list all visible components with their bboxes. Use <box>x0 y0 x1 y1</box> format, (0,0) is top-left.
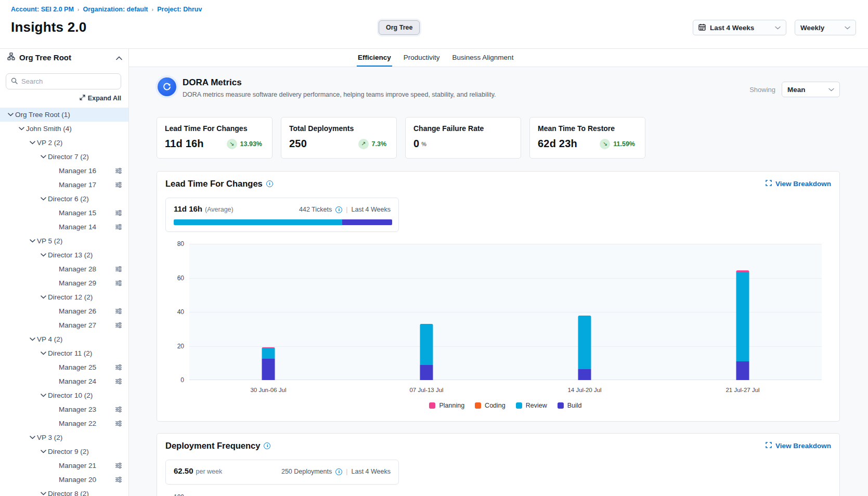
filters-icon[interactable] <box>115 406 122 413</box>
chevron-down-icon <box>39 253 48 257</box>
trend-up-icon: ↗ <box>358 139 369 149</box>
date-range-value: Last 4 Weeks <box>710 24 771 32</box>
tab-business-alignment[interactable]: Business Alignment <box>451 49 515 67</box>
filters-icon[interactable] <box>115 322 122 329</box>
date-range-select[interactable]: Last 4 Weeks <box>693 20 786 35</box>
legend-item-coding[interactable]: Coding <box>475 402 506 409</box>
filters-icon[interactable] <box>115 364 122 371</box>
tree-item-label: Manager 23 <box>59 406 96 413</box>
tree-item[interactable]: Manager 16 <box>0 164 128 178</box>
chevron-down-icon <box>6 113 15 116</box>
tree-item-label: Director 9 (2) <box>48 448 89 455</box>
deployment-view-breakdown-link[interactable]: View Breakdown <box>766 442 831 450</box>
calendar-icon <box>698 23 706 32</box>
lead-time-view-breakdown-link[interactable]: View Breakdown <box>766 180 831 188</box>
filters-icon[interactable] <box>115 308 122 315</box>
tree-item[interactable]: Director 6 (2) <box>0 192 128 206</box>
bar-segment-build <box>420 365 433 380</box>
expand-all-button[interactable]: Expand All <box>80 95 121 102</box>
info-icon[interactable]: i <box>264 442 270 449</box>
metric-card-title: Change Failure Rate <box>413 124 513 133</box>
tree-item[interactable]: Director 8 (2) <box>0 487 128 496</box>
legend-item-build[interactable]: Build <box>558 402 582 409</box>
tree-item[interactable]: VP 3 (2) <box>0 430 128 445</box>
filters-icon[interactable] <box>115 167 122 174</box>
tree-item[interactable]: Director 13 (2) <box>0 248 128 262</box>
tree-item-label: VP 4 (2) <box>37 335 62 343</box>
x-axis-label: 21 Jul-27 Jul <box>664 387 822 393</box>
filters-icon[interactable] <box>115 266 122 272</box>
tree-item[interactable]: Manager 26 <box>0 304 128 318</box>
filters-icon[interactable] <box>115 420 122 427</box>
tab-productivity[interactable]: Productivity <box>403 49 441 67</box>
legend-item-review[interactable]: Review <box>516 402 547 409</box>
filters-icon[interactable] <box>115 210 122 216</box>
chevron-down-icon <box>39 155 48 159</box>
tree-item[interactable]: Director 9 (2) <box>0 445 128 459</box>
deployment-rate-label: per week <box>196 468 223 475</box>
breadcrumb-account-link[interactable]: Account: SEI 2.0 PM <box>11 6 74 13</box>
tree-item[interactable]: Manager 27 <box>0 318 128 332</box>
collapse-panel-button[interactable] <box>116 53 122 62</box>
aggregation-value: Mean <box>787 86 824 94</box>
tree-item[interactable]: Director 7 (2) <box>0 150 128 164</box>
legend-item-planning[interactable]: Planning <box>429 402 464 409</box>
tab-efficiency[interactable]: Efficiency <box>357 49 392 67</box>
filters-icon[interactable] <box>115 378 122 385</box>
trend-percentage: 11.59% <box>613 140 635 148</box>
tree-item-label: Manager 28 <box>59 265 96 273</box>
tree-item[interactable]: Director 10 (2) <box>0 388 128 402</box>
search-icon <box>11 77 18 86</box>
tree-item[interactable]: John Smith (4) <box>0 122 128 136</box>
info-icon[interactable]: i <box>335 206 342 213</box>
bar-segment-build <box>736 361 749 380</box>
lead-time-distribution-bar <box>174 219 392 225</box>
filters-icon[interactable] <box>115 476 122 483</box>
aggregation-select[interactable]: Mean <box>782 82 840 97</box>
tree-item[interactable]: Manager 28 <box>0 262 128 276</box>
distribution-segment-build <box>342 219 392 225</box>
insight-tabs: EfficiencyProductivityBusiness Alignment <box>129 49 868 67</box>
tree-item-label: Director 11 (2) <box>48 349 92 357</box>
tree-item[interactable]: Org Tree Root (1) <box>0 108 128 122</box>
tree-item[interactable]: Manager 21 <box>0 459 128 473</box>
bar-segment-build <box>578 369 591 380</box>
tree-item[interactable]: Manager 17 <box>0 178 128 192</box>
tree-item[interactable]: Manager 24 <box>0 374 128 388</box>
tree-item-label: Manager 21 <box>59 462 96 469</box>
expand-icon <box>766 180 772 188</box>
tree-item[interactable]: Director 11 (2) <box>0 346 128 360</box>
y-axis-tick: 40 <box>177 308 184 316</box>
filters-icon[interactable] <box>115 224 122 230</box>
tree-item[interactable]: Manager 25 <box>0 360 128 374</box>
breadcrumb-project-link[interactable]: Project: Dhruv <box>157 6 202 13</box>
tree-item[interactable]: Manager 15 <box>0 206 128 220</box>
org-tree-button[interactable]: Org Tree <box>379 20 420 35</box>
tree-item[interactable]: Manager 23 <box>0 402 128 416</box>
filters-icon[interactable] <box>115 462 122 469</box>
tree-item[interactable]: Manager 20 <box>0 473 128 487</box>
metric-card-unit: % <box>421 141 426 147</box>
tree-item-label: Manager 29 <box>59 279 96 287</box>
breadcrumb-organization-link[interactable]: Organization: default <box>83 6 148 13</box>
x-axis-label: 07 Jul-13 Jul <box>347 387 506 393</box>
stacked-bar <box>578 316 591 380</box>
tree-item[interactable]: Manager 22 <box>0 416 128 430</box>
filters-icon[interactable] <box>115 181 122 188</box>
search-input[interactable] <box>21 77 116 85</box>
tree-item[interactable]: Director 12 (2) <box>0 290 128 304</box>
granularity-select[interactable]: Weekly <box>795 20 856 35</box>
tree-item[interactable]: Manager 14 <box>0 220 128 234</box>
info-icon[interactable]: i <box>335 468 342 475</box>
tree-item[interactable]: Manager 29 <box>0 276 128 290</box>
stacked-bar <box>736 270 749 380</box>
chevron-down-icon <box>39 492 48 495</box>
tree-item-label: Manager 16 <box>59 167 96 175</box>
info-icon[interactable]: i <box>266 180 273 187</box>
tree-item[interactable]: VP 5 (2) <box>0 234 128 248</box>
tree-item-label: Director 8 (2) <box>48 490 89 496</box>
metric-card: Lead Time For Changes11d 16h↘13.93% <box>157 117 273 159</box>
filters-icon[interactable] <box>115 280 122 286</box>
tree-item[interactable]: VP 2 (2) <box>0 136 128 150</box>
tree-item[interactable]: VP 4 (2) <box>0 332 128 346</box>
